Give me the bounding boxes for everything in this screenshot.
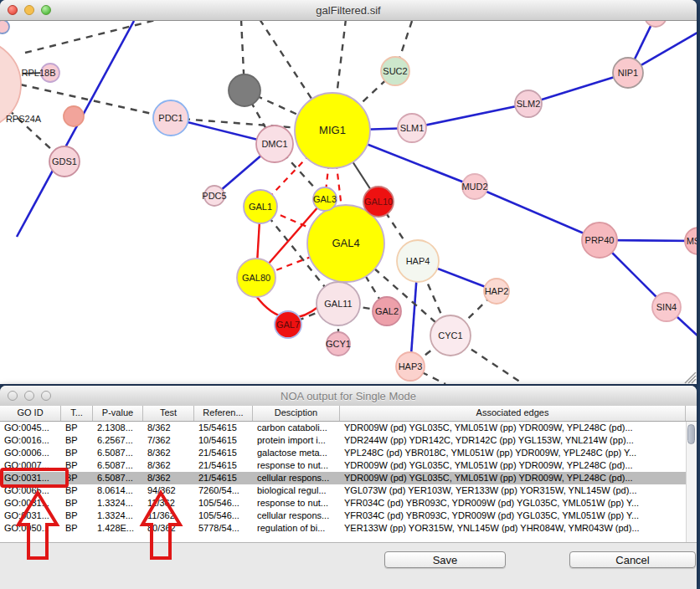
node-label-SUC2: SUC2 [383,66,407,76]
node-label-PRP40: PRP40 [585,235,615,245]
table-cell: 6.5087... [93,447,143,459]
table-row[interactable]: GO:0031...BP1.3324...11/362105/546...cel… [0,510,686,522]
vertical-scrollbar[interactable] [686,422,697,542]
close-button[interactable] [8,5,18,15]
minimize-button[interactable] [24,391,34,401]
table-cell: 2.1308... [93,422,143,434]
save-button[interactable]: Save [384,551,506,568]
table-row[interactable]: GO:0065...BP8.0614...94/3627260/54...bio… [0,484,686,497]
node-top-right[interactable] [645,21,667,27]
noa-window-titlebar[interactable]: NOA output for Single Mode [0,386,697,407]
network-canvas[interactable]: RPL18BRPS24AGDS1PDC1DMC1MIG1SUC2SLM1SLM2… [0,21,697,386]
table-cell: 6.2567... [93,434,143,447]
column-header[interactable]: P-value [93,406,143,421]
table-row[interactable]: GO:0050...BP1.428E...80/3625778/54...reg… [0,522,686,535]
traffic-lights-inactive [8,391,58,401]
window-title: galFiltered.sif [316,4,380,17]
minimize-button[interactable] [24,5,34,15]
table-row[interactable]: GO:0031...BP1.3324...11/362105/546...res… [0,497,686,510]
table-row[interactable]: GO:0007...BP6.5087...8/36221/54615respon… [0,459,686,472]
noa-output-window: NOA output for Single Mode GO IDT...P-va… [0,386,697,589]
table-cell: YDR244W (pp) YDR142C, YDR142C (pp) YGL15… [340,434,686,447]
table-cell: GO:0050... [0,522,61,535]
node-label-SIN4: SIN4 [656,302,677,312]
network-edge [17,21,134,237]
column-header[interactable]: Test [143,406,194,421]
table-cell: 1.428E... [93,522,143,535]
node-label-HAP4: HAP4 [406,256,430,266]
node-corner-tiny[interactable] [0,21,9,33]
node-RPS24A[interactable] [64,106,84,126]
node-label-HAP2: HAP2 [485,286,509,296]
node-label-GAL10: GAL10 [364,197,393,207]
table-cell: 7/362 [143,434,194,447]
table-cell: 8.0614... [93,484,143,497]
table-cell: YDR009W (pd) YGL035C, YML051W (pp) YDR00… [340,459,686,472]
node-label-RPS24A: RPS24A [6,114,42,124]
network-window: galFiltered.sif RPL18BRPS24AGDS1PDC1DMC1… [0,0,697,385]
network-edges [8,21,697,384]
table-cell: 8/362 [143,459,194,472]
node-label-NIP1: NIP1 [618,68,638,78]
table-cell: GO:0016... [0,434,61,447]
table-cell: cellular respons... [253,510,340,522]
table-cell: carbon cataboli... [253,422,340,434]
table-cell: BP [61,459,93,472]
cancel-button[interactable]: Cancel [569,551,696,568]
network-edge [25,21,159,53]
table-cell: YDR009W (pd) YGL035C, YML051W (pp) YDR00… [340,422,686,434]
table-cell: 21/54615 [194,459,253,472]
scrollbar-thumb[interactable] [687,424,695,444]
table-cell: 8/362 [143,422,194,434]
scroll-corner [686,406,697,421]
column-header[interactable]: GO ID [0,406,61,421]
table-cell: 11/362 [143,497,194,510]
column-header[interactable]: Referen... [194,406,253,421]
network-window-titlebar[interactable]: galFiltered.sif [0,0,697,21]
node-label-HAP3: HAP3 [399,361,423,371]
table-cell: BP [61,484,93,497]
node-label-SLM1: SLM1 [400,123,425,133]
node-label-GAL11: GAL11 [324,299,352,309]
table-cell: biological regul... [253,484,340,497]
table-cell: 105/546... [194,510,253,522]
node-label-MSL1: MSL1 [687,236,697,246]
table-cell: response to nut... [253,497,340,510]
table-cell: GO:0065... [0,484,61,497]
table-cell: 21/54615 [194,447,253,459]
table-row[interactable]: GO:0045...BP2.1308...8/36215/54615carbon… [0,422,686,434]
table-cell: GO:0031... [0,497,61,510]
node-label-MUD2: MUD2 [461,182,487,192]
table-cell: YFR034C (pd) YBR093C, YDR009W (pd) YGL03… [340,510,686,522]
table-row[interactable]: GO:0031...BP6.5087...8/36221/54615cellul… [0,472,686,484]
table-cell: BP [61,510,93,522]
node-label-SLM2: SLM2 [517,99,541,109]
zoom-button[interactable] [41,5,51,15]
table-cell: 80/362 [143,522,194,535]
table-cell: 8/362 [143,447,194,459]
node-label-GAL2: GAL2 [375,306,399,316]
node-label-GAL1: GAL1 [249,202,272,212]
table-cell: GO:0006... [0,447,61,459]
table-cell: 15/54615 [194,422,253,434]
table-cell: cellular respons... [253,472,340,484]
table-row[interactable]: GO:0006...BP6.5087...8/36221/54615galact… [0,447,686,459]
column-header[interactable]: Associated edges [340,406,686,421]
table-cell: response to nut... [253,459,340,472]
table-cell: 1.3324... [93,510,143,522]
close-button[interactable] [8,391,18,401]
column-header[interactable]: T... [61,406,93,421]
node-label-GAL3: GAL3 [313,194,337,204]
node-gray-node[interactable] [229,74,260,106]
zoom-button[interactable] [41,391,51,401]
node-label-GAL4: GAL4 [332,237,359,249]
column-header[interactable]: Desciption [253,406,340,421]
results-table: GO IDT...P-valueTestReferen...Desciption… [0,406,697,543]
resize-grip-icon[interactable] [685,372,696,383]
node-label-GCY1: GCY1 [326,339,351,349]
table-row[interactable]: GO:0016...BP6.2567...7/36210/54615protei… [0,434,686,447]
table-cell: galactose meta... [253,447,340,459]
table-cell: YER133W (pp) YOR315W, YNL145W (pd) YHR08… [340,522,686,535]
table-cell: YDR009W (pd) YGL035C, YML051W (pp) YDR00… [340,472,686,484]
node-label-RPL18B: RPL18B [22,68,56,78]
